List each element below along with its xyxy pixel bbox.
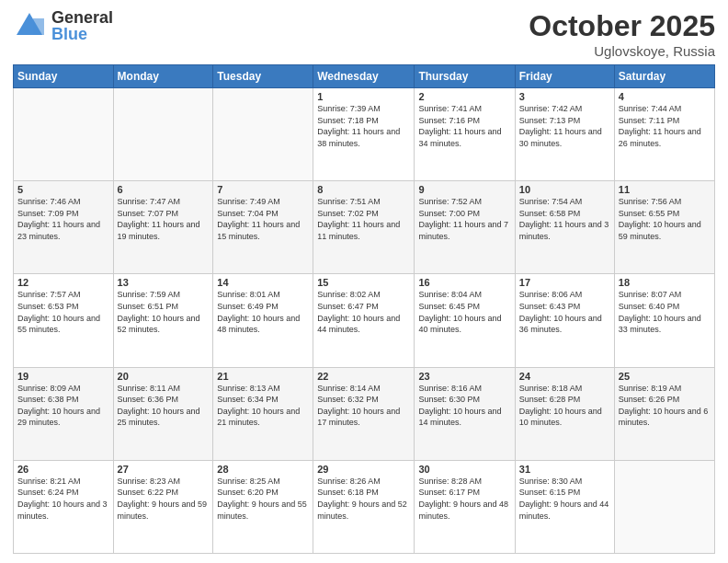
day-number: 5: [17, 184, 109, 195]
page: General Blue October 2025 Uglovskoye, Ru…: [0, 0, 728, 563]
calendar-cell: 25Sunrise: 8:19 AM Sunset: 6:26 PM Dayli…: [614, 367, 714, 460]
day-info: Sunrise: 8:25 AM Sunset: 6:20 PM Dayligh…: [217, 476, 309, 522]
day-info: Sunrise: 7:46 AM Sunset: 7:09 PM Dayligh…: [17, 196, 109, 242]
day-info: Sunrise: 7:42 AM Sunset: 7:13 PM Dayligh…: [519, 103, 610, 149]
day-info: Sunrise: 8:23 AM Sunset: 6:22 PM Dayligh…: [118, 476, 210, 522]
day-number: 6: [118, 184, 210, 195]
calendar-cell: 11Sunrise: 7:56 AM Sunset: 6:55 PM Dayli…: [614, 181, 714, 274]
calendar-cell: 28Sunrise: 8:25 AM Sunset: 6:20 PM Dayli…: [213, 460, 313, 553]
day-number: 31: [519, 464, 610, 475]
calendar-header-friday: Friday: [515, 65, 614, 88]
calendar-cell: 5Sunrise: 7:46 AM Sunset: 7:09 PM Daylig…: [14, 181, 114, 274]
day-number: 11: [619, 184, 711, 195]
calendar-cell: [614, 460, 714, 553]
day-number: 12: [17, 277, 109, 288]
day-number: 15: [317, 277, 410, 288]
day-info: Sunrise: 7:44 AM Sunset: 7:11 PM Dayligh…: [619, 103, 711, 149]
day-number: 23: [418, 371, 510, 382]
day-info: Sunrise: 8:14 AM Sunset: 6:32 PM Dayligh…: [317, 383, 410, 429]
day-info: Sunrise: 8:19 AM Sunset: 6:26 PM Dayligh…: [619, 383, 711, 429]
svg-marker-1: [33, 18, 44, 35]
calendar-cell: 7Sunrise: 7:49 AM Sunset: 7:04 PM Daylig…: [213, 181, 313, 274]
calendar-cell: 3Sunrise: 7:42 AM Sunset: 7:13 PM Daylig…: [515, 88, 614, 181]
day-info: Sunrise: 8:21 AM Sunset: 6:24 PM Dayligh…: [17, 476, 109, 522]
day-info: Sunrise: 7:47 AM Sunset: 7:07 PM Dayligh…: [118, 196, 210, 242]
day-number: 18: [619, 277, 711, 288]
day-info: Sunrise: 7:51 AM Sunset: 7:02 PM Dayligh…: [317, 196, 410, 242]
day-number: 28: [217, 464, 309, 475]
day-number: 19: [17, 371, 109, 382]
day-number: 16: [418, 277, 510, 288]
calendar-cell: 23Sunrise: 8:16 AM Sunset: 6:30 PM Dayli…: [415, 367, 515, 460]
calendar-cell: 16Sunrise: 8:04 AM Sunset: 6:45 PM Dayli…: [415, 274, 515, 367]
calendar-cell: 8Sunrise: 7:51 AM Sunset: 7:02 PM Daylig…: [313, 181, 415, 274]
calendar-cell: [113, 88, 213, 181]
day-info: Sunrise: 7:39 AM Sunset: 7:18 PM Dayligh…: [317, 103, 410, 149]
calendar-table: SundayMondayTuesdayWednesdayThursdayFrid…: [13, 64, 715, 554]
day-number: 24: [519, 371, 610, 382]
day-info: Sunrise: 8:07 AM Sunset: 6:40 PM Dayligh…: [619, 289, 711, 335]
day-info: Sunrise: 8:09 AM Sunset: 6:38 PM Dayligh…: [17, 383, 109, 429]
calendar-cell: 12Sunrise: 7:57 AM Sunset: 6:53 PM Dayli…: [14, 274, 114, 367]
calendar-cell: 6Sunrise: 7:47 AM Sunset: 7:07 PM Daylig…: [113, 181, 213, 274]
calendar-cell: 27Sunrise: 8:23 AM Sunset: 6:22 PM Dayli…: [113, 460, 213, 553]
calendar-cell: 29Sunrise: 8:26 AM Sunset: 6:18 PM Dayli…: [313, 460, 415, 553]
logo-icon: [13, 9, 46, 42]
day-number: 3: [519, 91, 610, 102]
day-info: Sunrise: 7:57 AM Sunset: 6:53 PM Dayligh…: [17, 289, 109, 335]
day-info: Sunrise: 8:04 AM Sunset: 6:45 PM Dayligh…: [418, 289, 510, 335]
day-info: Sunrise: 8:28 AM Sunset: 6:17 PM Dayligh…: [418, 476, 510, 522]
day-number: 25: [619, 371, 711, 382]
calendar-cell: 14Sunrise: 8:01 AM Sunset: 6:49 PM Dayli…: [213, 274, 313, 367]
day-info: Sunrise: 7:49 AM Sunset: 7:04 PM Dayligh…: [217, 196, 309, 242]
day-number: 22: [317, 371, 410, 382]
day-info: Sunrise: 7:56 AM Sunset: 6:55 PM Dayligh…: [619, 196, 711, 242]
calendar-cell: 22Sunrise: 8:14 AM Sunset: 6:32 PM Dayli…: [313, 367, 415, 460]
day-info: Sunrise: 7:41 AM Sunset: 7:16 PM Dayligh…: [418, 103, 510, 149]
day-info: Sunrise: 8:02 AM Sunset: 6:47 PM Dayligh…: [317, 289, 410, 335]
header: General Blue October 2025 Uglovskoye, Ru…: [13, 9, 715, 59]
day-number: 29: [317, 464, 410, 475]
calendar-header-monday: Monday: [113, 65, 213, 88]
calendar-cell: 30Sunrise: 8:28 AM Sunset: 6:17 PM Dayli…: [415, 460, 515, 553]
calendar-cell: 1Sunrise: 7:39 AM Sunset: 7:18 PM Daylig…: [313, 88, 415, 181]
title-block: October 2025 Uglovskoye, Russia: [529, 9, 715, 59]
day-info: Sunrise: 8:06 AM Sunset: 6:43 PM Dayligh…: [519, 289, 610, 335]
day-number: 4: [619, 91, 711, 102]
calendar-header-sunday: Sunday: [14, 65, 114, 88]
day-number: 1: [317, 91, 410, 102]
title-location: Uglovskoye, Russia: [529, 43, 715, 59]
logo-general: General: [51, 9, 113, 26]
logo-blue: Blue: [51, 26, 113, 42]
day-number: 26: [17, 464, 109, 475]
day-info: Sunrise: 8:11 AM Sunset: 6:36 PM Dayligh…: [118, 383, 210, 429]
calendar-header-saturday: Saturday: [614, 65, 714, 88]
calendar-cell: 20Sunrise: 8:11 AM Sunset: 6:36 PM Dayli…: [113, 367, 213, 460]
day-info: Sunrise: 7:59 AM Sunset: 6:51 PM Dayligh…: [118, 289, 210, 335]
logo-text: General Blue: [51, 9, 113, 42]
calendar-cell: 26Sunrise: 8:21 AM Sunset: 6:24 PM Dayli…: [14, 460, 114, 553]
calendar-cell: 18Sunrise: 8:07 AM Sunset: 6:40 PM Dayli…: [614, 274, 714, 367]
calendar-cell: 24Sunrise: 8:18 AM Sunset: 6:28 PM Dayli…: [515, 367, 614, 460]
day-info: Sunrise: 8:16 AM Sunset: 6:30 PM Dayligh…: [418, 383, 510, 429]
calendar-cell: [14, 88, 114, 181]
calendar-cell: 21Sunrise: 8:13 AM Sunset: 6:34 PM Dayli…: [213, 367, 313, 460]
day-number: 7: [217, 184, 309, 195]
day-number: 8: [317, 184, 410, 195]
day-number: 13: [118, 277, 210, 288]
logo: General Blue: [13, 9, 113, 42]
calendar-cell: 4Sunrise: 7:44 AM Sunset: 7:11 PM Daylig…: [614, 88, 714, 181]
calendar-cell: 17Sunrise: 8:06 AM Sunset: 6:43 PM Dayli…: [515, 274, 614, 367]
title-month: October 2025: [529, 9, 715, 43]
calendar-cell: 13Sunrise: 7:59 AM Sunset: 6:51 PM Dayli…: [113, 274, 213, 367]
calendar-cell: 9Sunrise: 7:52 AM Sunset: 7:00 PM Daylig…: [415, 181, 515, 274]
day-info: Sunrise: 8:26 AM Sunset: 6:18 PM Dayligh…: [317, 476, 410, 522]
calendar-cell: 10Sunrise: 7:54 AM Sunset: 6:58 PM Dayli…: [515, 181, 614, 274]
day-info: Sunrise: 8:13 AM Sunset: 6:34 PM Dayligh…: [217, 383, 309, 429]
day-info: Sunrise: 8:18 AM Sunset: 6:28 PM Dayligh…: [519, 383, 610, 429]
calendar-header-wednesday: Wednesday: [313, 65, 415, 88]
day-number: 27: [118, 464, 210, 475]
day-number: 10: [519, 184, 610, 195]
day-info: Sunrise: 8:30 AM Sunset: 6:15 PM Dayligh…: [519, 476, 610, 522]
day-number: 2: [418, 91, 510, 102]
